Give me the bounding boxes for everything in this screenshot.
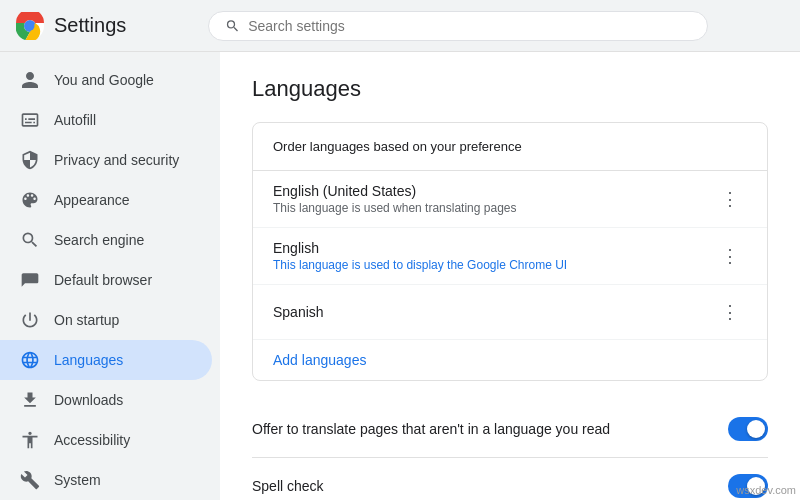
sidebar-item-system[interactable]: System: [0, 460, 212, 500]
sidebar-label-privacy: Privacy and security: [54, 152, 179, 168]
sidebar-item-appearance[interactable]: Appearance: [0, 180, 212, 220]
watermark: wsxdev.com: [736, 484, 796, 496]
offer-to-translate-label: Offer to translate pages that aren't in …: [252, 421, 610, 437]
sidebar-label-downloads: Downloads: [54, 392, 123, 408]
add-languages-row: Add languages: [253, 340, 767, 380]
sidebar-item-downloads[interactable]: Downloads: [0, 380, 212, 420]
content-title: Languages: [252, 76, 768, 102]
language-name-english: English: [273, 240, 567, 256]
download-icon: [20, 390, 40, 410]
language-info-english: English This language is used to display…: [273, 240, 567, 272]
main-layout: You and Google Autofill Privacy and secu…: [0, 52, 800, 500]
autofill-icon: [20, 110, 40, 130]
power-icon: [20, 310, 40, 330]
sidebar: You and Google Autofill Privacy and secu…: [0, 52, 220, 500]
sidebar-item-privacy-and-security[interactable]: Privacy and security: [0, 140, 212, 180]
search-engine-icon: [20, 230, 40, 250]
sidebar-label-search-engine: Search engine: [54, 232, 144, 248]
sidebar-item-languages[interactable]: Languages: [0, 340, 212, 380]
system-icon: [20, 470, 40, 490]
language-desc-english: This language is used to display the Goo…: [273, 258, 567, 272]
sidebar-label-on-startup: On startup: [54, 312, 119, 328]
search-input[interactable]: [248, 18, 691, 34]
offer-to-translate-row: Offer to translate pages that aren't in …: [252, 401, 768, 458]
language-menu-spanish[interactable]: ⋮: [713, 297, 747, 327]
header: Settings: [0, 0, 800, 52]
content-area: Languages Order languages based on your …: [220, 52, 800, 500]
browser-icon: [20, 270, 40, 290]
sidebar-label-appearance: Appearance: [54, 192, 130, 208]
language-name-english-us: English (United States): [273, 183, 517, 199]
language-menu-english[interactable]: ⋮: [713, 241, 747, 271]
sidebar-item-default-browser[interactable]: Default browser: [0, 260, 212, 300]
sidebar-item-autofill[interactable]: Autofill: [0, 100, 212, 140]
sidebar-label-you-and-google: You and Google: [54, 72, 154, 88]
sidebar-label-languages: Languages: [54, 352, 123, 368]
language-menu-english-us[interactable]: ⋮: [713, 184, 747, 214]
sidebar-item-accessibility[interactable]: Accessibility: [0, 420, 212, 460]
chrome-logo-icon: [16, 12, 44, 40]
offer-to-translate-toggle[interactable]: [728, 417, 768, 441]
page-title: Settings: [54, 14, 126, 37]
offer-to-translate-slider: [728, 417, 768, 441]
person-icon: [20, 70, 40, 90]
language-item-english: English This language is used to display…: [253, 228, 767, 285]
language-item-english-us: English (United States) This language is…: [253, 171, 767, 228]
card-header: Order languages based on your preference: [253, 123, 767, 171]
search-bar[interactable]: [208, 11, 708, 41]
sidebar-label-autofill: Autofill: [54, 112, 96, 128]
sidebar-label-accessibility: Accessibility: [54, 432, 130, 448]
logo-area: Settings: [16, 12, 196, 40]
accessibility-icon: [20, 430, 40, 450]
sidebar-item-you-and-google[interactable]: You and Google: [0, 60, 212, 100]
search-icon: [225, 18, 240, 34]
language-name-spanish: Spanish: [273, 304, 324, 320]
language-info-spanish: Spanish: [273, 304, 324, 320]
globe-icon: [20, 350, 40, 370]
spell-check-row: Spell check: [252, 458, 768, 500]
language-item-spanish: Spanish ⋮: [253, 285, 767, 340]
language-desc-english-us: This language is used when translating p…: [273, 201, 517, 215]
sidebar-label-default-browser: Default browser: [54, 272, 152, 288]
add-languages-button[interactable]: Add languages: [273, 352, 366, 368]
svg-point-2: [26, 21, 35, 30]
languages-card: Order languages based on your preference…: [252, 122, 768, 381]
spell-check-label: Spell check: [252, 478, 324, 494]
sidebar-item-on-startup[interactable]: On startup: [0, 300, 212, 340]
appearance-icon: [20, 190, 40, 210]
shield-icon: [20, 150, 40, 170]
sidebar-label-system: System: [54, 472, 101, 488]
sidebar-item-search-engine[interactable]: Search engine: [0, 220, 212, 260]
language-info-english-us: English (United States) This language is…: [273, 183, 517, 215]
